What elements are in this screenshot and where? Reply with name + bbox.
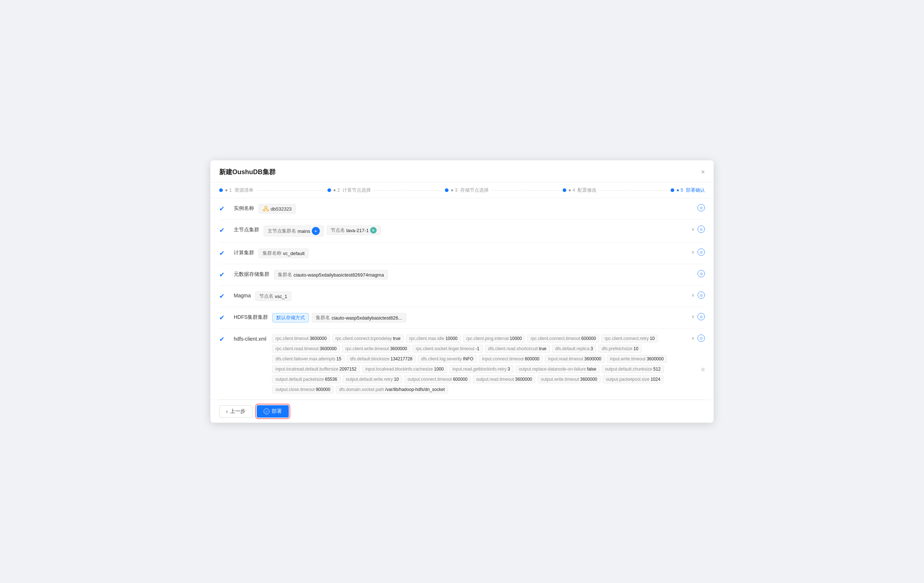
settings-icon-magma[interactable]: ⊙ <box>698 292 705 299</box>
config-tag-key: output.read.timeout <box>476 377 514 382</box>
config-tag-val: 10 <box>634 346 638 351</box>
config-tag-item: input.localread.default.buffersize209715… <box>272 365 360 373</box>
config-tag-val: 10 <box>650 336 655 341</box>
config-tag-item: rpc.client.write.timeout3600000 <box>342 345 410 353</box>
config-tag-item: output.default.chunksize512 <box>602 365 664 373</box>
magma-content: Magma 节点名 vsc_1 <box>234 292 686 301</box>
config-tag-item: output.close.timeout900000 <box>272 385 333 394</box>
config-tag-item: dfs.prefetchsize10 <box>598 345 642 353</box>
chevron-master[interactable]: ∨ <box>691 227 695 232</box>
magma-label: Magma <box>234 293 251 298</box>
config-tag-key: input.read.timeout <box>548 356 583 361</box>
step-4[interactable]: ● 4 配置修改 <box>563 187 597 193</box>
config-tag-val: 65536 <box>325 377 337 382</box>
magma-node-tag: 节点名 vsc_1 <box>255 292 291 301</box>
steps-bar: ● 1 资源清单 ● 2 计算节点选择 ● 3 存储节点选择 ● 4 配置修改 … <box>210 183 714 198</box>
config-tag-key: output.packetpool.size <box>606 377 649 382</box>
config-tag-key: input.read.getblockinfo.retry <box>452 367 507 372</box>
config-tag-val: 3 <box>591 346 593 351</box>
config-tag-val: 3600000 <box>515 377 532 382</box>
config-tag-val: 600000 <box>453 377 467 382</box>
cluster-icon <box>262 206 269 212</box>
settings-icon-compute[interactable]: ⊙ <box>698 249 705 256</box>
step-3-label: ● 3 存储节点选择 <box>451 187 488 193</box>
chevron-magma[interactable]: ∨ <box>691 293 695 298</box>
settings-icon-instance[interactable]: ⊙ <box>698 204 705 211</box>
step-2[interactable]: ● 2 计算节点选择 <box>327 187 371 193</box>
config-tag-item: output.write.timeout3600000 <box>538 375 600 383</box>
config-tag-key: rpc.client.connect.retry <box>605 336 649 341</box>
section-magma: ✔ Magma 节点名 vsc_1 ∨ ⊙ <box>219 286 705 307</box>
master-cluster-key: 主节点集群名 <box>268 228 296 234</box>
compute-content: 计算集群 集群名称 vc_default <box>234 249 686 258</box>
config-tag-key: input.localread.default.buffersize <box>275 367 338 372</box>
close-button[interactable]: × <box>701 169 705 175</box>
settings-icon-metadata[interactable]: ⊙ <box>698 270 705 277</box>
step-4-dot <box>563 188 566 192</box>
scroll-icon[interactable]: ≡ <box>701 366 705 374</box>
config-tag-val: 10 <box>394 377 399 382</box>
config-tag-val: true <box>393 336 401 341</box>
settings-icon-hdfs[interactable]: ⊙ <box>698 313 705 320</box>
chevron-hdfs-client[interactable]: ∨ <box>691 336 695 341</box>
metadata-actions: ⊙ <box>698 270 705 277</box>
config-tag-key: rpc.client.read.timeout <box>275 346 318 351</box>
config-tag-item: input.write.timeout3600000 <box>607 355 667 363</box>
settings-icon-master[interactable]: ⊙ <box>698 226 705 233</box>
config-tag-val: 3600000 <box>310 336 327 341</box>
svg-line-4 <box>266 208 268 209</box>
step-5-dot <box>671 188 674 192</box>
config-tag-key: rpc.client.connect.tcpnodelay <box>335 336 392 341</box>
chevron-compute[interactable]: ∨ <box>691 250 695 255</box>
config-tag-key: output.default.chunksize <box>605 367 652 372</box>
modal-footer: ‹ 上一步 ✓ 部署 <box>210 400 714 423</box>
instance-content: 实例名称 db532323 <box>234 204 692 214</box>
section-hdfs-client: ✔ hdfs-client.xml rpc.client.timeout3600… <box>219 329 705 400</box>
section-metadata: ✔ 元数据存储集群 集群名 ciauto-wasp5xdailybasictes… <box>219 264 705 286</box>
step-1[interactable]: ● 1 资源清单 <box>219 187 253 193</box>
config-tag-item: dfs.default.replica3 <box>552 345 597 353</box>
section-hdfs: ✔ HDFS集群集群 默认存储方式 集群名 ciauto-wasp5xdaily… <box>219 307 705 329</box>
config-tag-item: output.replace-datanode-on-failurefalse <box>516 365 599 373</box>
step-5[interactable]: ● 5 部署确认 <box>671 187 705 193</box>
deploy-button[interactable]: ✓ 部署 <box>257 405 289 418</box>
config-tag-val: 3 <box>508 367 510 372</box>
config-tag-item: rpc.client.connect.retry10 <box>601 334 658 343</box>
step-3[interactable]: ● 3 存储节点选择 <box>445 187 488 193</box>
config-tag-item: output.default.write.retry10 <box>343 375 402 383</box>
step-3-dot <box>445 188 449 192</box>
check-hdfs: ✔ <box>219 314 228 323</box>
back-button[interactable]: ‹ 上一步 <box>219 405 252 418</box>
metadata-cluster-val: ciauto-wasp5xdailybasictest826974magma <box>294 272 384 278</box>
deploy-check-icon: ✓ <box>264 408 269 414</box>
config-tag-val: INFO <box>463 356 473 361</box>
check-magma: ✔ <box>219 292 228 301</box>
config-tag-item: input.read.timeout3600000 <box>545 355 605 363</box>
instance-tag: db532323 <box>259 204 296 214</box>
instance-actions: ⊙ <box>698 204 705 211</box>
check-master: ✔ <box>219 226 228 235</box>
modal-body: ✔ 实例名称 db532323 ⊙ ✔ 主节点集群 主节点集群名 mains + <box>210 198 714 400</box>
config-tag-key: dfs.default.blocksize <box>350 356 389 361</box>
hdfs-client-actions: ∨ ⊙ ≡ <box>691 334 705 374</box>
config-tag-key: output.default.packetsize <box>275 377 324 382</box>
section-instance: ✔ 实例名称 db532323 ⊙ <box>219 198 705 220</box>
compute-cluster-tag: 集群名称 vc_default <box>259 249 309 258</box>
config-tag-item: rpc.client.connect.timeout600000 <box>527 334 599 343</box>
config-tag-val: 1000 <box>434 367 444 372</box>
config-tag-key: dfs.default.replica <box>555 346 590 351</box>
config-tag-val: false <box>587 367 596 372</box>
check-metadata: ✔ <box>219 271 228 280</box>
config-tag-key: dfs.prefetchsize <box>602 346 632 351</box>
config-tag-val: 3600000 <box>580 377 597 382</box>
hdfs-cluster-tag: 集群名 ciauto-wasp5xdailybasictest826... <box>312 313 406 323</box>
config-tag-val: 2097152 <box>340 367 356 372</box>
settings-icon-hdfs-client[interactable]: ⊙ <box>698 334 705 342</box>
svg-point-1 <box>263 209 265 211</box>
config-tag-item: dfs.domain.socket.path/var/lib/hadoop-hd… <box>336 385 448 394</box>
step-4-label: ● 4 配置修改 <box>568 187 597 193</box>
svg-line-3 <box>264 208 266 209</box>
config-tags-container: rpc.client.timeout3600000rpc.client.conn… <box>272 334 686 394</box>
master-add-btn[interactable]: + <box>312 227 320 235</box>
chevron-hdfs[interactable]: ∨ <box>691 314 695 319</box>
